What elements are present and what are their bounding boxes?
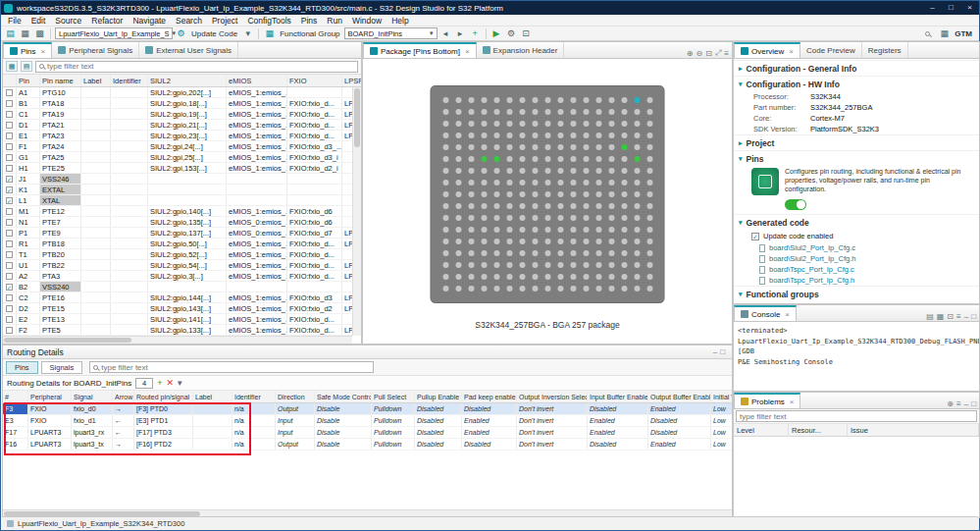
package-ball[interactable] xyxy=(621,180,627,186)
package-ball[interactable] xyxy=(634,203,640,209)
package-ball[interactable] xyxy=(570,97,576,103)
package-ball[interactable] xyxy=(519,274,525,280)
package-ball[interactable] xyxy=(646,97,652,103)
package-ball[interactable] xyxy=(519,203,525,209)
package-ball[interactable] xyxy=(621,97,627,103)
package-ball[interactable] xyxy=(519,180,525,186)
pin-row[interactable]: R1PTB18SIUL2:gpio,50[...]eMIOS_1:emios_.… xyxy=(3,239,361,249)
package-ball[interactable] xyxy=(621,121,627,127)
package-ball[interactable] xyxy=(493,262,499,268)
package-ball[interactable] xyxy=(557,215,563,221)
package-ball[interactable] xyxy=(506,227,512,233)
pin-row[interactable]: D1PTA21SIUL2:gpio,21[...]eMIOS_1:emios_.… xyxy=(3,120,361,131)
package-ball[interactable] xyxy=(532,262,538,268)
package-ball[interactable] xyxy=(506,203,512,209)
generated-file-link[interactable]: board\Tspc_Port_Ip_Cfg.h xyxy=(734,275,979,286)
maximize-view-icon[interactable]: □ xyxy=(971,399,976,408)
package-ball[interactable] xyxy=(583,144,589,150)
maximize-view-icon[interactable]: □ xyxy=(971,312,976,321)
package-ball[interactable] xyxy=(544,286,550,292)
package-ball[interactable] xyxy=(557,274,563,280)
package-ball[interactable] xyxy=(608,262,614,268)
package-ball[interactable] xyxy=(468,156,474,162)
perspective-gtm[interactable]: GTM xyxy=(954,29,976,38)
minimize-view-icon[interactable]: – xyxy=(964,399,968,408)
console-pin-icon[interactable]: ⊡ xyxy=(947,312,954,321)
pin-row[interactable]: D2PTE15SIUL2:gpio,143[...]eMIOS_1:emios_… xyxy=(3,303,361,314)
routing-col-header[interactable]: Direction xyxy=(276,391,315,402)
package-ball[interactable] xyxy=(519,215,525,221)
package-ball[interactable] xyxy=(506,239,512,244)
package-ball[interactable] xyxy=(493,227,499,233)
pin-checkbox[interactable] xyxy=(6,143,13,150)
routing-options-icon[interactable]: ▾ xyxy=(178,379,182,388)
routing-row[interactable]: F3FXIOfxio_d0→[F3] PTD0n/aOutputDisableP… xyxy=(3,403,732,415)
package-ball[interactable] xyxy=(442,133,448,138)
close-icon[interactable]: × xyxy=(789,47,794,56)
package-ball[interactable] xyxy=(583,274,589,280)
package-ball[interactable] xyxy=(570,133,576,138)
package-ball[interactable] xyxy=(481,286,487,292)
pin-row[interactable]: F1PTA24SIUL2:gpi,24[...]eMIOS_1:emios_..… xyxy=(3,141,361,152)
problems-col-header[interactable]: Resour... xyxy=(789,424,848,436)
package-ball[interactable] xyxy=(570,109,576,115)
package-ball[interactable] xyxy=(442,191,448,197)
pin-row[interactable]: C1PTA19SIUL2:gpio,19[...]eMIOS_1:emios_.… xyxy=(3,109,361,120)
package-ball[interactable] xyxy=(634,274,640,280)
package-ball[interactable] xyxy=(608,97,614,103)
package-ball[interactable] xyxy=(621,203,627,209)
pins-col-header[interactable]: eMIOS xyxy=(227,75,287,86)
pins-filter-input[interactable] xyxy=(47,62,354,71)
prev-group-icon[interactable]: ◂ xyxy=(439,27,452,40)
package-ball[interactable] xyxy=(570,239,576,244)
console-output[interactable]: <terminated> LpuartFlexio_Uart_Ip_Exampl… xyxy=(734,323,979,391)
package-ball[interactable] xyxy=(519,227,525,233)
routing-filter-input[interactable] xyxy=(101,363,370,372)
package-ball[interactable] xyxy=(621,286,627,292)
menu-navigate[interactable]: Navigate xyxy=(128,16,171,26)
package-ball[interactable] xyxy=(608,191,614,197)
package-ball[interactable] xyxy=(595,144,601,150)
package-ball[interactable] xyxy=(519,133,525,138)
package-ball[interactable] xyxy=(442,203,448,209)
package-ball[interactable] xyxy=(506,156,512,162)
package-ball[interactable] xyxy=(468,215,474,221)
package-ball[interactable] xyxy=(557,168,563,174)
package-ball[interactable] xyxy=(595,109,601,115)
package-ball[interactable] xyxy=(595,191,601,197)
package-ball[interactable] xyxy=(455,250,461,256)
generated-file-link[interactable]: board\Siul2_Port_Ip_Cfg.h xyxy=(734,253,979,264)
package-ball[interactable] xyxy=(493,180,499,186)
close-icon[interactable]: × xyxy=(785,310,790,319)
package-ball[interactable] xyxy=(519,286,525,292)
close-icon[interactable]: × xyxy=(790,398,795,406)
quick-fix-icon[interactable]: ⊕ xyxy=(947,399,954,408)
package-ball[interactable] xyxy=(646,227,652,233)
package-ball[interactable] xyxy=(532,274,538,280)
package-ball[interactable] xyxy=(544,250,550,256)
package-ball[interactable] xyxy=(646,180,652,186)
maximize-icon[interactable]: □ xyxy=(942,1,960,15)
pin-checkbox[interactable]: ✓ xyxy=(6,197,13,204)
package-ball[interactable] xyxy=(493,215,499,221)
package-ball[interactable] xyxy=(646,121,652,127)
package-ball[interactable] xyxy=(557,180,563,186)
close-icon[interactable]: × xyxy=(465,47,470,56)
package-ball[interactable] xyxy=(583,215,589,221)
package-ball[interactable] xyxy=(557,250,563,256)
package-ball[interactable] xyxy=(557,227,563,233)
package-ball[interactable] xyxy=(583,180,589,186)
pins-col-header[interactable]: Pin xyxy=(17,75,40,86)
console-display-icon[interactable]: ≡ xyxy=(956,312,961,321)
tab-code-preview[interactable]: Code Preview xyxy=(800,42,862,58)
package-ball[interactable] xyxy=(493,168,499,174)
update-code-gear-icon[interactable]: ⚙ xyxy=(175,27,187,40)
minimize-view-icon[interactable]: – xyxy=(964,312,968,321)
package-ball[interactable] xyxy=(481,121,487,127)
package-ball[interactable] xyxy=(646,133,652,138)
package-ball[interactable] xyxy=(519,191,525,197)
package-ball[interactable] xyxy=(608,144,614,150)
package-ball[interactable] xyxy=(595,97,601,103)
pins-col-header[interactable]: Label xyxy=(81,75,111,86)
section-general-info[interactable]: ▸ Configuration - General Info xyxy=(734,60,979,76)
